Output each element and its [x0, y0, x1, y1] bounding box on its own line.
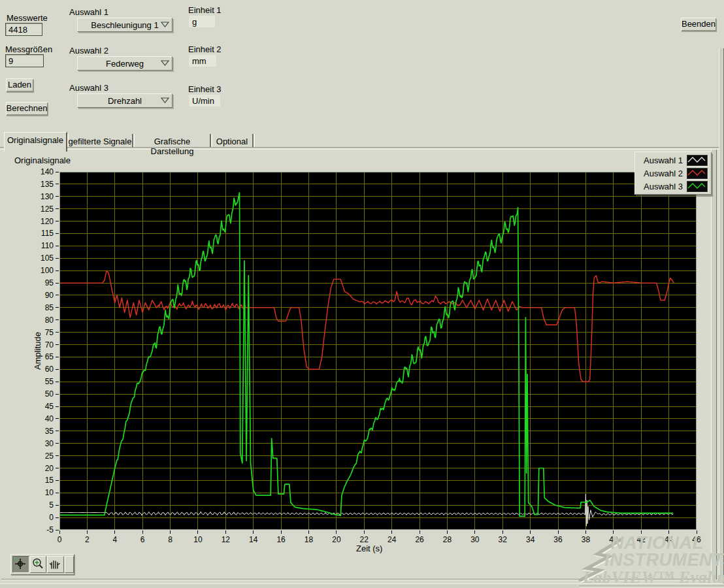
x-axis-title: Zeit (s): [356, 544, 382, 553]
x-tick-mark: [613, 531, 614, 534]
series-beschleunigung-1: [59, 494, 673, 526]
auswahl-2-dropdown[interactable]: Federweg: [77, 56, 173, 71]
pan-tool-button[interactable]: [47, 556, 64, 573]
y-tick-label: -5: [25, 525, 54, 534]
tab-gefilterte-signale[interactable]: gefilterte Signale: [68, 134, 132, 151]
y-tick-mark: [56, 184, 59, 184]
y-tick-mark: [56, 505, 59, 506]
x-tick-mark: [474, 531, 475, 534]
y-tick-label: 30: [25, 439, 54, 448]
y-tick-mark: [56, 332, 59, 333]
y-tick-mark: [56, 394, 59, 395]
einheit-3-field[interactable]: U/min: [189, 95, 220, 106]
x-tick-label: 44: [658, 535, 680, 544]
x-tick-label: 6: [131, 535, 154, 544]
legend-swatch-white[interactable]: [687, 155, 708, 166]
y-tick-label: 110: [25, 241, 54, 250]
berechnen-button[interactable]: Berechnen: [6, 102, 48, 115]
x-tick-mark: [447, 531, 448, 534]
legend-row-auswahl-2[interactable]: Auswahl 2: [635, 167, 711, 180]
y-tick-label: 40: [25, 414, 54, 423]
y-tick-label: 100: [25, 266, 54, 275]
x-tick-mark: [142, 531, 143, 534]
tab-separator: [132, 134, 135, 147]
y-tick-mark: [56, 208, 59, 209]
beenden-button[interactable]: Beenden: [681, 18, 716, 31]
x-tick-mark: [585, 531, 586, 534]
x-tick-mark: [170, 531, 171, 534]
y-tick-label: 15: [25, 476, 54, 485]
auswahl-3-label: Auswahl 3: [69, 83, 108, 93]
x-tick-mark: [668, 531, 669, 534]
waveform-graph[interactable]: [59, 172, 697, 530]
y-tick-mark: [56, 418, 59, 419]
x-tick-mark: [530, 531, 531, 534]
y-tick-mark: [56, 283, 59, 284]
legend-row-auswahl-3[interactable]: Auswahl 3: [635, 180, 711, 193]
y-tick-mark: [56, 246, 59, 246]
x-tick-mark: [59, 531, 60, 534]
y-tick-label: 90: [25, 291, 54, 300]
x-tick-label: 32: [491, 535, 514, 544]
legend-label: Auswahl 1: [644, 155, 683, 165]
auswahl-1-label: Auswahl 1: [69, 7, 108, 17]
crosshair-icon: [13, 557, 27, 571]
y-tick-mark: [56, 319, 59, 320]
y-tick-mark: [56, 369, 59, 370]
x-tick-label: 18: [298, 535, 320, 544]
x-tick-label: 12: [214, 535, 237, 544]
x-tick-mark: [114, 531, 115, 534]
tab-grafische-darstellung[interactable]: Grafische Darstellung: [135, 134, 210, 151]
y-tick-mark: [56, 493, 59, 493]
watermark-instruments: INSTRUMENTS: [604, 550, 724, 570]
x-tick-mark: [641, 531, 642, 534]
legend-swatch-red[interactable]: [687, 168, 708, 179]
x-tick-label: 42: [630, 535, 652, 544]
window-bottom-edge: [0, 583, 724, 588]
legend-label: Auswahl 3: [644, 182, 683, 191]
einheit-1-field[interactable]: g: [189, 16, 215, 27]
labview-front-panel: Messwerte 4418 Messgrößen 9 Laden Berech…: [0, 0, 724, 588]
y-tick-label: 5: [25, 500, 54, 510]
x-tick-mark: [502, 531, 503, 534]
x-tick-mark: [336, 531, 337, 534]
crosshair-tool-button[interactable]: [12, 556, 29, 573]
graph-palette: [10, 554, 74, 575]
y-tick-label: 140: [25, 167, 54, 176]
y-tick-label: 35: [25, 427, 54, 436]
y-tick-label: 80: [25, 316, 54, 325]
einheit-3-label: Einheit 3: [188, 84, 222, 94]
x-tick-label: 22: [353, 535, 375, 544]
window-right-edge: [719, 48, 724, 584]
messwerte-field[interactable]: 4418: [5, 23, 42, 36]
auswahl-1-dropdown[interactable]: Beschleunigung 1: [77, 18, 173, 32]
tab-optional[interactable]: Optional: [212, 134, 252, 151]
legend-swatch-green[interactable]: [687, 181, 708, 192]
x-tick-mark: [281, 531, 282, 534]
y-tick-mark: [56, 270, 59, 271]
auswahl-3-dropdown[interactable]: Drehzahl: [77, 93, 173, 108]
tab-originalsignale[interactable]: Originalsignale: [4, 132, 67, 152]
y-tick-mark: [56, 295, 59, 295]
y-tick-mark: [56, 455, 59, 456]
x-tick-label: 4: [104, 535, 126, 544]
y-tick-label: 120: [25, 217, 54, 226]
einheit-2-label: Einheit 2: [188, 44, 222, 54]
einheit-2-field[interactable]: mm: [189, 55, 216, 67]
auswahl-3-value: Drehzahl: [108, 96, 142, 106]
magnifier-icon: [31, 557, 45, 571]
legend-row-auswahl-1[interactable]: Auswahl 1: [635, 154, 711, 167]
x-tick-mark: [225, 531, 226, 534]
dropdown-arrow-icon: [161, 60, 169, 67]
tab-separator: [210, 134, 212, 147]
zoom-tool-button[interactable]: [30, 556, 47, 573]
laden-button[interactable]: Laden: [6, 78, 33, 91]
y-tick-label: 0: [25, 513, 54, 522]
y-tick-mark: [56, 357, 59, 357]
dropdown-arrow-icon: [161, 22, 169, 28]
x-tick-label: 28: [436, 535, 458, 544]
y-tick-mark: [56, 431, 59, 431]
messgroessen-field[interactable]: 9: [5, 54, 44, 67]
series-drehzahl: [59, 193, 673, 516]
einheit-2-value: mm: [192, 56, 206, 66]
